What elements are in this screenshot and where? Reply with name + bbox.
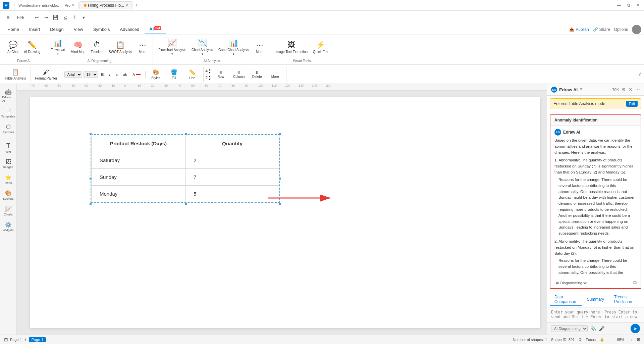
toolbar-expand-button[interactable]: ⊻ [638, 72, 641, 77]
more-format-button[interactable]: ⋯ More [267, 67, 283, 82]
canvas-area[interactable]: -70 -60 -50 -40 -30 -20 -10 0 10 20 30 4… [17, 84, 547, 335]
gantt-analysis-button[interactable]: 📊 Gantt Chart Analysis ▾ [216, 37, 251, 57]
handle-bl[interactable] [89, 203, 92, 205]
print-button[interactable]: 🖨 [61, 13, 69, 21]
table-analysis-button[interactable]: 📋 Table Analysis [3, 67, 28, 82]
pages-icon[interactable]: ⊞ [4, 337, 8, 342]
row-up[interactable]: ▲ [208, 68, 211, 71]
product-restock-table[interactable]: Product Restock (Days) Quantity Saturday [91, 135, 279, 202]
focus-icon[interactable]: ⊙ [579, 337, 582, 342]
attach-icon[interactable]: 📎 [590, 326, 596, 331]
ai-mode-selector[interactable]: AI Diagramming [554, 281, 588, 285]
add-tab-button[interactable]: + [133, 2, 140, 9]
font-selector[interactable]: Arial [64, 71, 82, 78]
options-button[interactable]: Options [614, 27, 628, 32]
handle-tm[interactable] [184, 133, 187, 136]
ai-drawing-button[interactable]: ✏️ AI Drawing [22, 37, 42, 57]
panel-close-icon[interactable]: ✕ [629, 87, 633, 92]
handle-mr[interactable] [279, 177, 281, 180]
tab-edrawmax-close[interactable]: ✕ [72, 3, 74, 7]
sidebar-item-images[interactable]: 🖼 Images [1, 157, 16, 171]
minimize-button[interactable]: — [616, 2, 623, 9]
sidebar-item-symbols[interactable]: ⬡ Symbols [1, 121, 16, 136]
ai-diagramming-select[interactable]: AI Diagramming [551, 325, 588, 332]
tab-summary[interactable]: Summary [582, 296, 609, 304]
image-text-extraction-button[interactable]: 🖼 Image Text Extraction [273, 37, 310, 57]
panel-options-icon[interactable]: ⋯ [635, 87, 640, 92]
tab-symbols[interactable]: Symbols [89, 25, 115, 34]
copy-icon[interactable]: ⧉ [633, 280, 637, 286]
file-button[interactable]: File [13, 13, 27, 21]
query-input[interactable] [551, 310, 640, 319]
close-button[interactable]: ✕ [635, 2, 641, 9]
line-button[interactable]: 📏 Line [184, 67, 201, 82]
tab-design[interactable]: Design [45, 25, 68, 34]
redo-button[interactable]: ↪ [42, 13, 50, 21]
tab-insert[interactable]: Insert [24, 25, 45, 34]
undo-button[interactable]: ↩ [33, 13, 41, 21]
publish-button[interactable]: 📤 Publish [569, 27, 589, 32]
tab-ai[interactable]: AIhot [145, 24, 166, 34]
row-button[interactable]: ⊞ Row [212, 67, 229, 82]
save-button[interactable]: 💾 [52, 13, 60, 21]
sidebar-item-stickers[interactable]: 🎨 Stickers [1, 188, 16, 202]
sidebar-item-edraw-ai[interactable]: 🤖 Edraw AI [1, 87, 16, 104]
help-icon[interactable]: ? [580, 87, 582, 92]
quick-edit-button[interactable]: ⚡ Quick Edit [311, 37, 330, 57]
tab-trends-prediction[interactable]: Trends Prediction [609, 293, 641, 306]
maximize-button[interactable]: ⧉ [625, 2, 632, 9]
column-button[interactable]: ⊟ Column [230, 67, 247, 82]
sidebar-item-icons[interactable]: ⭐ Icons [1, 172, 16, 187]
sidebar-item-text[interactable]: T Text [1, 140, 16, 155]
styles-button[interactable]: 🎨 Styles [148, 67, 164, 82]
fit-page-button[interactable]: ⊞ [637, 337, 640, 342]
mind-map-button[interactable]: 🧠 Mind Map [69, 37, 88, 57]
bold-button[interactable]: B [99, 71, 106, 78]
handle-tl[interactable] [89, 133, 92, 136]
active-page-tab[interactable]: Page-1 [29, 337, 46, 342]
format-painter-button[interactable]: 🖌 Format Painter [33, 67, 59, 82]
sidebar-item-widgets[interactable]: ⚙️ Widgets [1, 219, 16, 234]
italic-button[interactable]: I [107, 71, 112, 78]
send-button[interactable]: ➤ [631, 324, 640, 333]
timeline-button[interactable]: ⏱ Timeline [89, 37, 105, 57]
flowchart-analysis-button[interactable]: 📈 Flowchart Analysis ▾ [156, 37, 188, 57]
ab-button[interactable]: ab [121, 71, 129, 78]
export-button[interactable]: ⤴ [70, 13, 78, 21]
canvas-page[interactable]: Product Restock (Days) Quantity Saturday [30, 97, 540, 328]
more-diagramming-button[interactable]: ⋯ More [135, 37, 150, 57]
tab-hiring-close[interactable]: ✕ [125, 3, 128, 7]
delete-button[interactable]: 🗑 Delete [249, 67, 265, 82]
table-row-sunday[interactable]: Sunday 7 [92, 169, 279, 186]
table-row-saturday[interactable]: Saturday 2 [92, 152, 279, 169]
col-up[interactable]: ▲ [208, 75, 211, 78]
more-quick-button[interactable]: ▾ [80, 13, 88, 21]
panel-settings-icon[interactable]: ⚙ [622, 87, 626, 92]
add-page-button[interactable]: + [24, 337, 26, 342]
chart-analysis-button[interactable]: 📉 Chart Analysis ▾ [190, 37, 215, 57]
handle-ml[interactable] [89, 177, 92, 180]
tab-home[interactable]: Home [3, 25, 24, 34]
row-down[interactable]: ▼ [208, 71, 211, 74]
tab-view[interactable]: View [69, 25, 88, 34]
microphone-icon[interactable]: 🎤 [599, 326, 604, 331]
sidebar-item-charts[interactable]: 📈 Charts [1, 204, 16, 218]
handle-bm[interactable] [184, 203, 187, 205]
tab-advanced[interactable]: Advanced [115, 25, 144, 34]
font-color-button[interactable]: A [130, 71, 142, 78]
exit-table-analysis-button[interactable]: Exit [626, 101, 638, 107]
handle-tr[interactable] [279, 133, 281, 136]
more-analysis-button[interactable]: ⋯ More [252, 37, 267, 57]
align-button[interactable]: ≡ [114, 71, 120, 78]
user-avatar[interactable] [632, 25, 641, 34]
zoom-in-button[interactable]: + [631, 338, 633, 342]
sidebar-item-templates[interactable]: 📄 Templates [1, 106, 16, 120]
tab-hiring[interactable]: Hiring Process Flo... ✕ [79, 1, 132, 9]
font-size-selector[interactable]: 18 [84, 71, 98, 78]
table-container[interactable]: Product Restock (Days) Quantity Saturday [91, 134, 280, 204]
swot-button[interactable]: 📋 SWOT Analysis [107, 37, 134, 57]
tab-edrawmax[interactable]: Wondershare EdrawMax — Pro ✕ [14, 2, 79, 9]
zoom-out-button[interactable]: − [608, 338, 610, 342]
tab-data-comparison[interactable]: Data Comparison [550, 293, 582, 306]
share-button[interactable]: 🔗 Share [593, 27, 610, 32]
